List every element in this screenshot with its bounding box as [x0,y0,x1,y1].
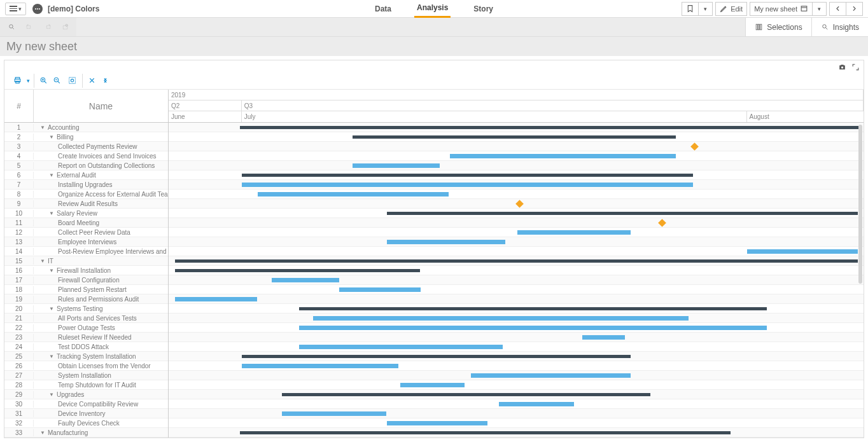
table-row[interactable]: 11Board Meeting [4,218,168,228]
table-row[interactable]: 31Device Inventory [4,409,168,418]
col-header-name[interactable]: Name [34,90,168,122]
insights-panel-button[interactable]: Insights [811,18,868,36]
tab-story[interactable]: Story [471,1,496,17]
table-row[interactable]: 13Employee Interviews [4,237,168,247]
task-bar[interactable] [582,335,626,340]
selections-panel-button[interactable]: Selections [745,18,811,36]
step-forward-button[interactable] [38,18,56,36]
summary-bar[interactable] [242,355,631,358]
sheet-selector[interactable]: My new sheet [750,2,813,16]
milestone-marker[interactable] [658,219,666,227]
vertical-scrollbar[interactable] [858,125,862,284]
tree-toggle-icon[interactable]: ▼ [40,258,45,264]
table-row[interactable]: 12Collect Peer Review Data [4,228,168,237]
print-dropdown[interactable]: ▾ [25,74,31,88]
task-bar[interactable] [387,421,487,425]
summary-bar[interactable] [242,174,694,177]
task-bar[interactable] [242,183,694,187]
milestone-marker[interactable] [516,200,524,208]
table-row[interactable]: 7Installing Upgrades [4,180,168,190]
tree-toggle-icon[interactable]: ▼ [40,125,45,130]
table-row[interactable]: 4Create Invoices and Send Invoices [4,151,168,161]
tab-data[interactable]: Data [372,1,394,17]
print-button[interactable] [10,74,25,88]
table-row[interactable]: 10▼Salary Review [4,209,168,218]
sheet-dropdown[interactable]: ▾ [813,2,827,16]
table-row[interactable]: 32Faulty Devices Check [4,418,168,428]
tree-toggle-icon[interactable]: ▼ [49,134,54,140]
clear-selections-button[interactable] [56,18,74,36]
expand-all-button[interactable] [82,74,97,88]
table-row[interactable]: 19Rules and Permissions Audit [4,294,168,304]
task-bar[interactable] [175,297,257,301]
zoom-fit-button[interactable] [64,74,80,88]
tree-toggle-icon[interactable]: ▼ [49,172,54,178]
summary-bar[interactable] [240,126,858,129]
summary-bar[interactable] [282,393,650,396]
summary-bar[interactable] [299,307,767,310]
col-header-num[interactable]: # [4,90,34,122]
smart-search-button[interactable] [3,18,20,36]
summary-bar[interactable] [353,135,676,139]
edit-button[interactable]: Edit [715,2,747,16]
summary-bar[interactable] [387,212,858,215]
fullscreen-button[interactable] [851,63,860,73]
task-bar[interactable] [299,326,767,330]
summary-bar[interactable] [240,431,731,434]
task-bar[interactable] [313,316,689,321]
table-row[interactable]: 26Obtain Licenses from the Vendor [4,361,168,371]
step-back-button[interactable] [20,18,38,36]
task-bar[interactable] [517,230,631,235]
tree-toggle-icon[interactable]: ▼ [49,392,54,397]
task-bar[interactable] [387,240,505,244]
bookmark-dropdown[interactable]: ▾ [699,2,713,16]
table-row[interactable]: 20▼Systems Testing [4,304,168,314]
collapse-all-button[interactable] [97,74,113,88]
table-row[interactable]: 8Organize Access for External Audit Team [4,190,168,199]
tree-toggle-icon[interactable]: ▼ [49,211,54,216]
table-row[interactable]: 16▼Firewall Installation [4,266,168,275]
table-row[interactable]: 22Power Outage Tests [4,323,168,333]
table-row[interactable]: 25▼Tracking System Installation [4,352,168,361]
task-bar[interactable] [299,345,503,349]
tab-analysis[interactable]: Analysis [414,0,451,18]
zoom-in-button[interactable] [34,74,49,88]
snapshot-button[interactable] [838,63,846,73]
task-bar[interactable] [282,411,386,416]
main-menu-button[interactable]: ▾ [5,3,26,15]
task-bar[interactable] [499,402,574,406]
task-bar[interactable] [339,287,421,292]
table-row[interactable]: 30Device Compatibility Review [4,399,168,409]
tree-toggle-icon[interactable]: ▼ [49,306,54,312]
table-row[interactable]: 3Collected Payments Review [4,142,168,151]
table-row[interactable]: 6▼External Audit [4,170,168,180]
table-row[interactable]: 9Review Audit Results [4,199,168,209]
tree-toggle-icon[interactable]: ▼ [49,354,54,359]
table-row[interactable]: 2▼Billing [4,132,168,142]
tree-toggle-icon[interactable]: ▼ [40,430,45,436]
task-bar[interactable] [471,373,631,378]
task-bar[interactable] [353,163,440,168]
task-bar[interactable] [272,278,339,282]
table-row[interactable]: 21All Ports and Services Tests [4,314,168,323]
table-row[interactable]: 17Firewall Configuration [4,275,168,285]
zoom-out-button[interactable] [49,74,64,88]
table-row[interactable]: 33▼Manufacturing [4,428,168,438]
summary-bar[interactable] [175,259,858,263]
table-row[interactable]: 18Planned System Restart [4,285,168,294]
prev-sheet-button[interactable] [829,2,846,16]
table-row[interactable]: 5Report on Outstanding Collections [4,161,168,170]
next-sheet-button[interactable] [846,2,863,16]
table-row[interactable]: 14Post-Review Employee Interviews and No… [4,247,168,256]
tree-toggle-icon[interactable]: ▼ [49,268,54,273]
table-row[interactable]: 27System Installation [4,371,168,380]
bookmark-button[interactable] [682,2,699,16]
table-row[interactable]: 24Test DDOS Attack [4,342,168,352]
milestone-marker[interactable] [690,142,699,151]
table-row[interactable]: 28Temp Shutdown for IT Audit [4,380,168,390]
task-bar[interactable] [400,383,465,387]
summary-bar[interactable] [175,269,420,272]
table-row[interactable]: 1▼Accounting [4,123,168,132]
task-bar[interactable] [258,192,449,197]
task-bar[interactable] [242,364,399,368]
